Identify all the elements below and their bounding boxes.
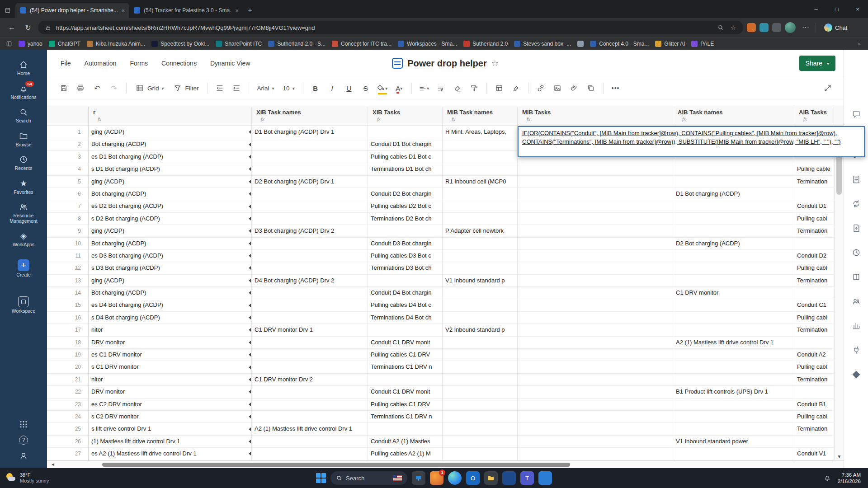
toolbar-more-icon[interactable]: ••• (609, 81, 623, 95)
wrap-text-icon[interactable] (434, 81, 448, 95)
chart-icon[interactable] (851, 321, 861, 331)
grid-cell[interactable]: Termination (794, 324, 834, 336)
grid-cell[interactable]: s D4 Bot charging (ACDP) (89, 312, 252, 324)
grid-cell[interactable] (518, 250, 673, 262)
grid-cell[interactable] (252, 238, 368, 250)
taskbar-app-desktop[interactable] (412, 471, 425, 485)
taskbar-app-navy[interactable] (502, 471, 516, 485)
clear-format-icon[interactable] (451, 81, 464, 95)
grid-cell[interactable] (794, 436, 834, 448)
font-family-select[interactable]: Arial ▾ (255, 83, 277, 94)
profile-avatar[interactable] (785, 22, 796, 33)
grid-cell[interactable] (368, 176, 443, 188)
grid-cell[interactable]: H Mint. Areas, Laptops, (443, 126, 518, 138)
grid-cell[interactable] (368, 225, 443, 237)
filter-button[interactable]: Filter (170, 80, 202, 97)
maximize-button[interactable]: □ (826, 0, 847, 18)
bookmark-item[interactable]: Sutherland 2.0 (460, 39, 511, 48)
row-number[interactable]: 1 (47, 126, 89, 138)
grid-cell[interactable] (518, 361, 673, 373)
redo-icon[interactable]: ↷ (107, 81, 121, 95)
row-number[interactable]: 5 (47, 176, 89, 188)
bookmark-item[interactable] (574, 39, 587, 48)
grid-cell[interactable]: Pulling cabl (794, 411, 834, 423)
format-painter-icon[interactable] (467, 81, 481, 95)
grid-cell[interactable] (252, 436, 368, 448)
grid-cell[interactable] (252, 138, 368, 150)
grid-cell[interactable]: (1) Mastless lift drive control Drv 1 (89, 436, 252, 448)
bookmark-item[interactable]: Kiba Inuzuka Anim... (84, 39, 148, 48)
grid-cell[interactable]: ging (ACDP) (89, 275, 252, 287)
grid-cell[interactable] (518, 176, 673, 188)
grid-cell[interactable]: Pulling cabl (794, 262, 834, 274)
column-header[interactable]: XIB Task namesfx (252, 107, 368, 126)
grid-cell[interactable]: s D3 Bot charging (ACDP) (89, 262, 252, 274)
formula-editor[interactable]: IF(OR(CONTAINS("Conduit", [MIB Main from… (518, 126, 865, 157)
grid-cell[interactable] (673, 275, 794, 287)
column-header[interactable]: XIB Tasksfx (368, 107, 443, 126)
grid-cell[interactable]: Conduit C1 DRV monit (368, 386, 443, 398)
grid-cell[interactable]: s C2 DRV monitor (89, 411, 252, 423)
attachment-icon[interactable] (567, 81, 581, 95)
undo-icon[interactable]: ↶ (90, 81, 104, 95)
row-number[interactable]: 25 (47, 423, 89, 435)
grid-cell[interactable] (443, 250, 518, 262)
grid-cell[interactable]: P Adapter cell newtork (443, 225, 518, 237)
taskbar-app-outlook[interactable]: O (466, 471, 480, 485)
sidebar-item-browse[interactable]: Browse (0, 127, 47, 151)
grid-cell[interactable] (673, 213, 794, 225)
grid-cell[interactable]: DRV monitor (89, 386, 252, 398)
grid-cell[interactable]: Conduit D4 Bot chargin (368, 287, 443, 299)
bookmark-item[interactable]: Speedtest by Ookl... (148, 39, 212, 48)
grid-cell[interactable] (443, 411, 518, 423)
row-number[interactable]: 13 (47, 275, 89, 287)
grid-cell[interactable]: A2 (1) Mastless lift drive control Drv 1 (252, 423, 368, 435)
column-header[interactable]: MIB Task namesfx (443, 107, 518, 126)
grid-cell[interactable] (673, 312, 794, 324)
grid-cell[interactable] (673, 349, 794, 361)
sidebar-item-search[interactable]: Search (0, 103, 47, 127)
grid-cell[interactable]: es D2 Bot charging (ACDP) (89, 200, 252, 212)
chat-button[interactable]: Chat (820, 22, 852, 33)
favorite-star-icon[interactable]: ☆ (491, 58, 499, 68)
bookmarks-panel-icon[interactable] (5, 39, 14, 48)
sidebar-item-home[interactable]: Home (0, 56, 47, 80)
taskbar-app-teams[interactable]: T (520, 471, 534, 485)
grid-cell[interactable] (252, 361, 368, 373)
lock-icon[interactable] (43, 23, 52, 32)
grid-cell[interactable]: A2 (1) Mastless lift drive control Drv 1 (673, 337, 794, 349)
row-number[interactable]: 14 (47, 287, 89, 299)
row-number[interactable]: 23 (47, 399, 89, 411)
row-number[interactable]: 22 (47, 386, 89, 398)
account-icon[interactable] (19, 451, 28, 461)
grid-cell[interactable]: ging (ACDP) (89, 126, 252, 138)
grid-cell[interactable] (252, 337, 368, 349)
row-number[interactable]: 9 (47, 225, 89, 237)
taskbar-search[interactable]: Search (330, 471, 407, 485)
grid-cell[interactable] (252, 262, 368, 274)
grid-cell[interactable]: Pulling cables D3 Bot c (368, 250, 443, 262)
grid-cell[interactable] (518, 374, 673, 386)
row-number[interactable]: 24 (47, 411, 89, 423)
column-header[interactable]: rfx (89, 107, 252, 126)
grid-cell[interactable]: Conduit D2 Bot chargin (368, 188, 443, 200)
row-number[interactable]: 15 (47, 299, 89, 311)
indent-icon[interactable] (230, 81, 243, 95)
sidebar-item-resource-management[interactable]: Resource Management (0, 198, 47, 227)
conversations-icon[interactable] (851, 109, 861, 119)
help-icon[interactable]: ? (19, 436, 28, 445)
grid-cell[interactable] (252, 200, 368, 212)
grid-cell[interactable] (252, 188, 368, 200)
grid-cell[interactable]: Termination (794, 225, 834, 237)
browser-tab[interactable]: (54) Tracker for Palestine 3.0 - Sma... … (129, 3, 243, 18)
grid-cell[interactable] (443, 163, 518, 175)
grid-cell[interactable] (673, 225, 794, 237)
card-view-icon[interactable] (492, 81, 506, 95)
link-icon[interactable] (534, 81, 547, 95)
sidebar-item-workapps[interactable]: ◈ WorkApps (0, 227, 47, 251)
save-icon[interactable] (57, 81, 71, 95)
underline-button[interactable]: U (342, 81, 356, 95)
align-button[interactable]: ▾ (417, 81, 431, 95)
row-number[interactable]: 10 (47, 238, 89, 250)
grid-cell[interactable] (443, 423, 518, 435)
